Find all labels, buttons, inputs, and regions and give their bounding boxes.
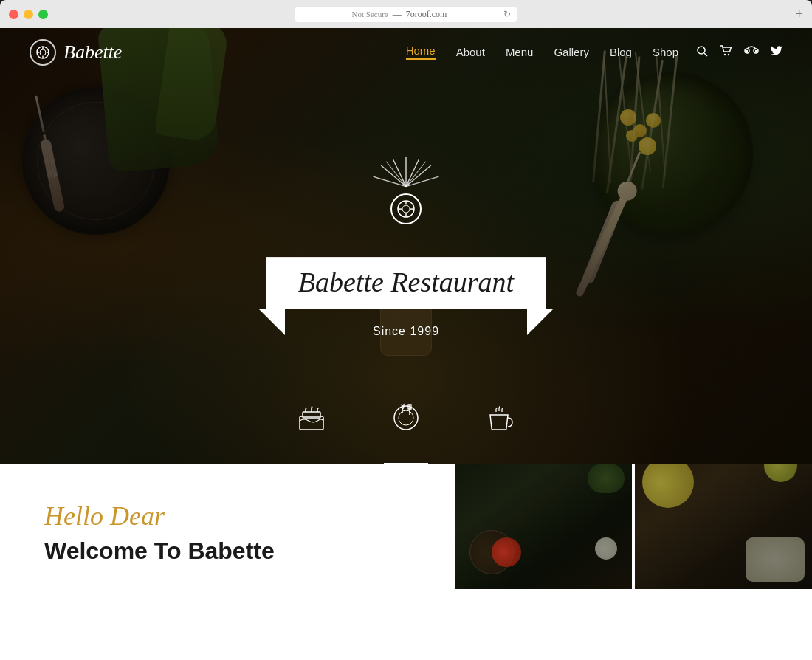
window-chrome: Not Secure — 7oroof.com ↻ + [0,0,812,28]
nav-blog[interactable]: Blog [610,46,632,58]
hero-section: Babette Home About Menu Gallery Blog Sho… [0,28,812,464]
svg-point-6 [698,47,705,54]
hero-logo-wrap [221,154,591,242]
new-tab-button[interactable]: + [796,7,803,21]
navbar: Babette Home About Menu Gallery Blog Sho… [0,28,812,76]
nav-menu[interactable]: Menu [506,46,534,58]
svg-point-24 [402,205,410,213]
bottom-food-images [455,464,812,589]
traffic-lights [9,10,48,19]
svg-rect-30 [303,412,320,418]
svg-line-19 [406,165,431,186]
url-separator: — [393,9,402,20]
nav-about[interactable]: About [456,46,485,58]
svg-point-13 [755,49,757,51]
nav-links: Home About Menu Gallery Blog Shop [406,44,678,60]
cake-icon-item [294,399,329,434]
search-icon[interactable] [696,45,708,60]
twitter-icon[interactable] [771,46,782,59]
hero-bottom-icons [294,399,518,434]
plate-icon-item [388,399,424,434]
coffee-icon-item [483,399,518,434]
browser-content: Babette Home About Menu Gallery Blog Sho… [0,28,812,660]
banner-title: Babette Restaurant [295,267,517,298]
address-bar[interactable]: Not Secure — 7oroof.com ↻ [295,7,517,22]
svg-line-7 [704,53,707,56]
svg-point-35 [399,410,413,425]
logo-svg [35,45,50,60]
svg-point-1 [40,49,46,55]
hero-banner: Babette Restaurant [266,257,546,309]
logo-text: Babette [63,41,122,63]
svg-line-17 [374,176,406,186]
nav-gallery[interactable]: Gallery [554,46,589,58]
logo-area: Babette [30,39,122,66]
reload-icon[interactable]: ↻ [503,9,511,20]
plate-icon [388,399,424,434]
food-image-1 [455,464,632,589]
security-indicator: Not Secure [352,10,388,18]
ribbon: Babette Restaurant [266,257,546,309]
hero-content: Babette Restaurant Since 1999 [221,154,591,338]
close-button[interactable] [9,10,18,19]
center-logo-svg [396,199,416,219]
nav-home[interactable]: Home [406,44,436,60]
tripadvisor-icon[interactable] [744,46,759,59]
nav-shop[interactable]: Shop [653,46,678,58]
cart-icon[interactable] [720,45,732,60]
website: Babette Home About Menu Gallery Blog Sho… [0,28,812,660]
svg-point-9 [728,53,729,55]
nav-icons [696,45,782,60]
svg-line-20 [406,176,438,186]
food-image-2 [635,464,812,589]
bottom-section: Hello Dear Welcome To Babette [0,464,812,660]
hero-center-logo [390,193,422,224]
svg-point-8 [724,53,726,55]
cake-icon [294,399,329,434]
svg-line-16 [381,165,406,186]
coffee-icon [483,399,518,434]
svg-point-34 [394,406,418,430]
svg-point-12 [746,49,748,51]
maximize-button[interactable] [38,10,48,19]
url-text: 7oroof.com [406,9,447,20]
minimize-button[interactable] [24,10,33,19]
logo-icon [30,39,56,66]
